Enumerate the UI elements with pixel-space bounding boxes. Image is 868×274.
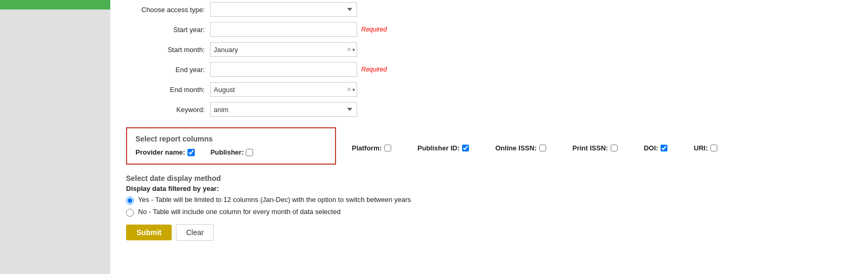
col-publisher-id-label: Publisher ID: [417, 144, 459, 152]
end-year-row: End year: 2023 Required [126, 62, 852, 77]
col-online-issn-label: Online ISSN: [495, 144, 537, 152]
col-uri-checkbox[interactable] [710, 145, 717, 151]
col-publisher-id: Publisher ID: [417, 144, 469, 152]
end-month-row: End month: August ✕ ▾ [126, 82, 852, 97]
col-uri: URI: [694, 144, 717, 152]
col-uri-label: URI: [694, 144, 708, 152]
col-doi: DOI: [644, 144, 667, 152]
col-platform-checkbox[interactable] [384, 145, 391, 151]
radio-no[interactable] [126, 209, 134, 217]
columns-section: Select report columns Provider name: Pub… [126, 122, 852, 170]
clear-button[interactable]: Clear [176, 224, 213, 241]
radio-yes-row: Yes - Table will be limited to 12 column… [126, 196, 852, 205]
col-doi-label: DOI: [644, 144, 658, 152]
col-online-issn: Online ISSN: [495, 144, 546, 152]
submit-button[interactable]: Submit [126, 225, 172, 240]
buttons-row: Submit Clear [126, 224, 852, 241]
keyword-row: Keyword: anim [126, 102, 852, 117]
radio-yes[interactable] [126, 197, 134, 205]
sidebar-green-bar [0, 0, 110, 9]
keyword-select[interactable]: anim [210, 102, 357, 117]
radio-no-label: No - Table will include one column for e… [138, 208, 341, 216]
start-month-label: Start month: [126, 46, 210, 54]
start-year-required: Required [361, 26, 387, 33]
sidebar [0, 0, 110, 274]
main-content: Choose access type: Start year: 2022 Req… [110, 0, 868, 274]
radio-yes-label: Yes - Table will be limited to 12 column… [138, 196, 411, 204]
keyword-label: Keyword: [126, 106, 210, 114]
access-type-row: Choose access type: [126, 2, 852, 17]
start-year-label: Start year: [126, 26, 210, 34]
col-publisher-checkbox[interactable] [246, 149, 253, 156]
start-month-row: Start month: January ✕ ▾ [126, 42, 852, 57]
start-month-select-wrapper: January ✕ ▾ [210, 42, 357, 57]
col-print-issn-checkbox[interactable] [611, 145, 618, 151]
date-display-subtitle: Display data filtered by year: [126, 185, 852, 192]
access-type-label: Choose access type: [126, 6, 210, 14]
end-month-select-wrapper: August ✕ ▾ [210, 82, 357, 97]
col-platform-label: Platform: [352, 144, 382, 152]
col-provider-name-checkbox[interactable] [187, 149, 195, 156]
radio-no-row: No - Table will include one column for e… [126, 208, 852, 217]
end-year-required: Required [361, 66, 387, 73]
date-display-section: Select date display method Display data … [126, 174, 852, 217]
col-provider-name: Provider name: [135, 148, 195, 156]
col-publisher-id-checkbox[interactable] [462, 145, 469, 151]
start-year-input[interactable]: 2022 [210, 22, 357, 37]
end-month-label: End month: [126, 86, 210, 94]
col-provider-name-label: Provider name: [135, 148, 185, 156]
outside-columns-row: Platform: Publisher ID: Online ISSN: Pri… [352, 144, 744, 152]
columns-in-box-row: Provider name: Publisher: [135, 148, 327, 156]
end-year-label: End year: [126, 66, 210, 74]
report-columns-box: Select report columns Provider name: Pub… [126, 127, 336, 165]
col-online-issn-checkbox[interactable] [539, 145, 546, 151]
end-year-input[interactable]: 2023 [210, 62, 357, 77]
date-display-title: Select date display method [126, 174, 852, 182]
start-month-select[interactable]: January [210, 42, 357, 57]
access-type-select[interactable] [210, 2, 357, 17]
col-platform: Platform: [352, 144, 391, 152]
col-publisher: Publisher: [211, 148, 254, 156]
col-doi-checkbox[interactable] [661, 145, 667, 151]
col-print-issn: Print ISSN: [572, 144, 618, 152]
col-publisher-label: Publisher: [211, 148, 244, 156]
end-month-select[interactable]: August [210, 82, 357, 97]
report-columns-title: Select report columns [135, 135, 327, 143]
start-year-row: Start year: 2022 Required [126, 22, 852, 37]
col-print-issn-label: Print ISSN: [572, 144, 608, 152]
